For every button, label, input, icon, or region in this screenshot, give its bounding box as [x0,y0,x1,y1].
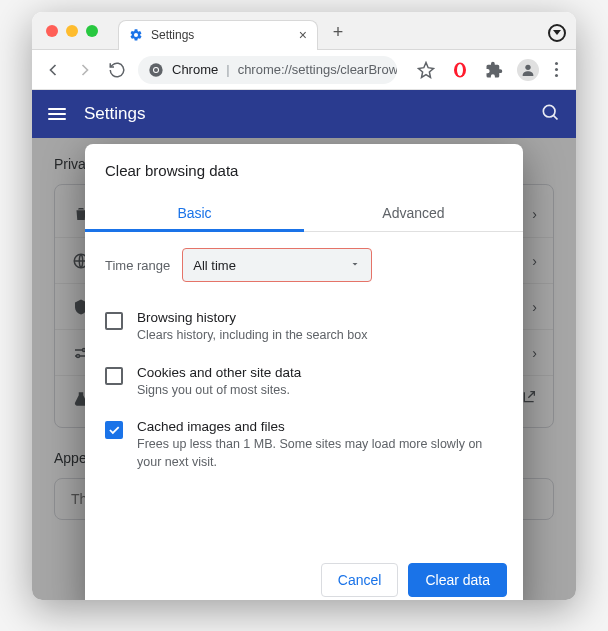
new-tab-button[interactable]: + [326,21,350,45]
back-button[interactable] [42,59,64,81]
svg-point-6 [543,105,555,117]
clear-data-button[interactable]: Clear data [408,563,507,597]
star-icon[interactable] [415,59,437,81]
window-titlebar: Settings × + [32,12,576,50]
cancel-button[interactable]: Cancel [321,563,399,597]
time-range-select[interactable]: All time [182,248,372,282]
traffic-lights [42,25,98,37]
checkbox-browsing-history[interactable] [105,312,123,330]
option-desc: Frees up less than 1 MB. Some sites may … [137,436,503,471]
gear-icon [129,28,143,42]
close-tab-icon[interactable]: × [299,28,307,42]
chevron-down-icon [349,258,361,273]
close-window-button[interactable] [46,25,58,37]
time-range-row: Time range All time [105,248,503,282]
profile-menu-icon[interactable] [548,24,566,42]
settings-search-icon[interactable] [540,102,560,127]
maximize-window-button[interactable] [86,25,98,37]
option-cookies[interactable]: Cookies and other site data Signs you ou… [105,355,503,410]
clear-browsing-data-dialog: Clear browsing data Basic Advanced Time … [85,144,523,600]
forward-button[interactable] [74,59,96,81]
option-title: Cookies and other site data [137,365,301,380]
chrome-menu-button[interactable] [551,62,562,77]
dialog-actions: Cancel Clear data [85,551,523,600]
browser-tab-settings[interactable]: Settings × [118,20,318,50]
checkbox-cookies[interactable] [105,367,123,385]
tab-basic[interactable]: Basic [85,193,304,231]
browser-window: Settings × + Chrome | chrome://settings/… [32,12,576,600]
option-desc: Signs you out of most sites. [137,382,301,400]
settings-title: Settings [84,104,145,124]
hamburger-icon[interactable] [48,108,66,120]
omnibox-domain: Chrome [172,62,218,77]
svg-point-5 [525,64,530,69]
svg-point-2 [154,68,158,72]
address-bar[interactable]: Chrome | chrome://settings/clearBrowser.… [138,56,397,84]
settings-header: Settings [32,90,576,138]
option-title: Browsing history [137,310,367,325]
minimize-window-button[interactable] [66,25,78,37]
tab-advanced[interactable]: Advanced [304,193,523,231]
extensions-icon[interactable] [483,59,505,81]
tab-title: Settings [151,28,194,42]
browser-toolbar: Chrome | chrome://settings/clearBrowser.… [32,50,576,90]
omnibox-path: chrome://settings/clearBrowser... [238,62,397,77]
checkbox-cached[interactable] [105,421,123,439]
option-title: Cached images and files [137,419,503,434]
chrome-icon [148,62,164,78]
time-range-value: All time [193,258,236,273]
option-desc: Clears history, including in the search … [137,327,367,345]
dialog-title: Clear browsing data [85,144,523,185]
opera-extension-icon[interactable] [449,59,471,81]
svg-point-4 [457,64,463,76]
option-cached[interactable]: Cached images and files Frees up less th… [105,409,503,481]
option-browsing-history[interactable]: Browsing history Clears history, includi… [105,300,503,355]
reload-button[interactable] [106,59,128,81]
dialog-body: Time range All time Browsing history Cle… [85,232,523,491]
avatar-button[interactable] [517,59,539,81]
time-range-label: Time range [105,258,170,273]
dialog-tabs: Basic Advanced [85,193,523,232]
settings-body: Priva › › › › [32,138,576,600]
